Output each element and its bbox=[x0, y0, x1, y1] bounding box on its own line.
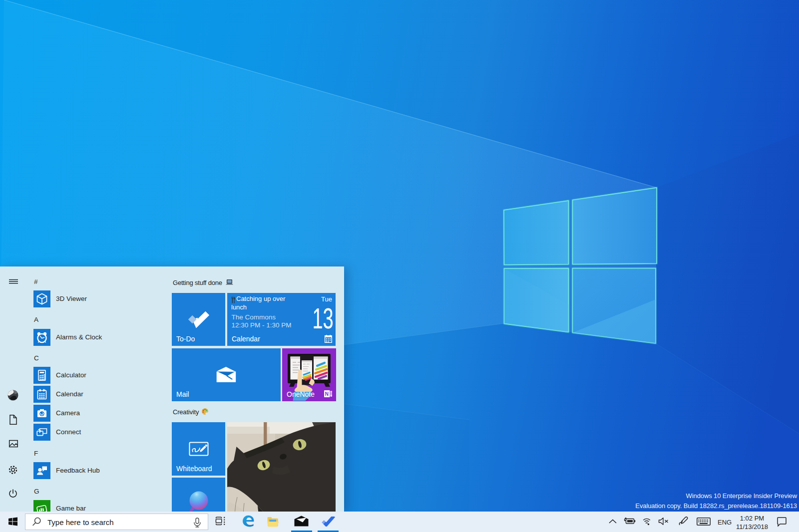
svg-text:N: N bbox=[325, 391, 329, 397]
